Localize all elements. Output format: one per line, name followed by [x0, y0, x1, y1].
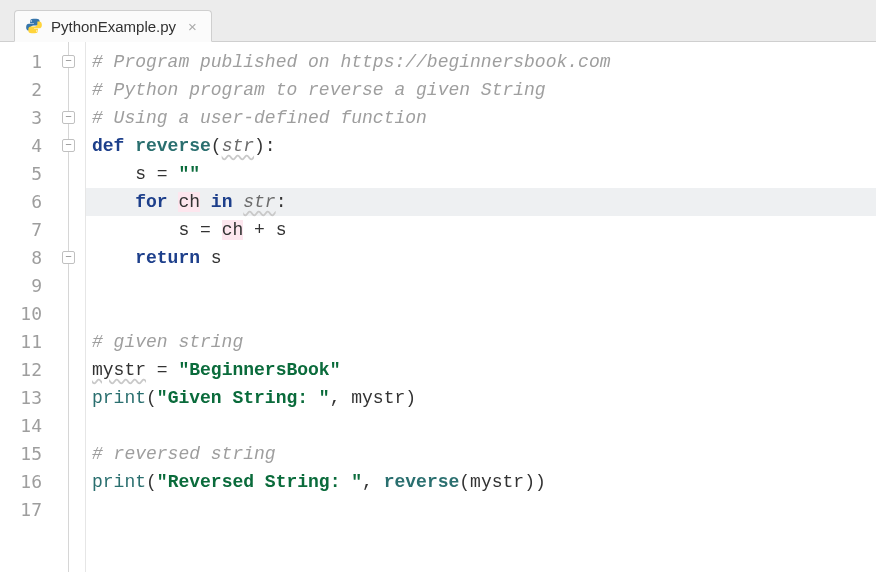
indent	[92, 220, 178, 240]
line-number: 9	[0, 272, 52, 300]
comment: # given string	[92, 332, 243, 352]
paren: )	[524, 472, 535, 492]
line-number-gutter: 1 2 3 4 5 6 7 8 9 10 11 12 13 14 15 16 1…	[0, 42, 52, 572]
string-literal: "BeginnersBook"	[178, 360, 340, 380]
paren: (	[211, 136, 222, 156]
code-line[interactable]: # given string	[86, 328, 876, 356]
line-number: 10	[0, 300, 52, 328]
keyword-def: def	[92, 136, 135, 156]
paren-colon: ):	[254, 136, 276, 156]
tab-bar: PythonExample.py ×	[0, 0, 876, 42]
function-call: reverse	[384, 472, 460, 492]
fold-toggle-icon[interactable]: −	[62, 251, 75, 264]
code-line[interactable]: # Program published on https://beginners…	[86, 48, 876, 76]
fold-toggle-icon[interactable]: −	[62, 139, 75, 152]
loop-var: ch	[178, 192, 200, 212]
code-line[interactable]: # Using a user-defined function	[86, 104, 876, 132]
line-number: 7	[0, 216, 52, 244]
line-number: 8	[0, 244, 52, 272]
indent	[92, 192, 135, 212]
indent	[92, 164, 135, 184]
paren: )	[405, 388, 416, 408]
parameter: str	[222, 136, 254, 156]
code-line[interactable]: print("Reversed String: ", reverse(mystr…	[86, 468, 876, 496]
code-area[interactable]: # Program published on https://beginners…	[86, 42, 876, 572]
svg-point-0	[30, 20, 31, 21]
variable: ch	[222, 220, 244, 240]
code-line[interactable]: s = ch + s	[86, 216, 876, 244]
variable: s	[178, 220, 189, 240]
operator: +	[243, 220, 275, 240]
line-number: 12	[0, 356, 52, 384]
keyword-in: in	[200, 192, 243, 212]
variable: mystr	[92, 360, 146, 380]
fold-toggle-icon[interactable]: −	[62, 111, 75, 124]
line-number: 4	[0, 132, 52, 160]
code-line[interactable]	[86, 300, 876, 328]
comment: # Program published on https://beginners…	[92, 52, 610, 72]
code-line[interactable]	[86, 412, 876, 440]
line-number: 2	[0, 76, 52, 104]
close-tab-icon[interactable]: ×	[188, 18, 197, 35]
builtin-print: print	[92, 472, 146, 492]
code-line[interactable]	[86, 272, 876, 300]
builtin-print: print	[92, 388, 146, 408]
line-number: 11	[0, 328, 52, 356]
indent	[92, 248, 135, 268]
line-number: 6	[0, 188, 52, 216]
code-line[interactable]: def reverse(str):	[86, 132, 876, 160]
line-number: 14	[0, 412, 52, 440]
code-line[interactable]: # reversed string	[86, 440, 876, 468]
operator: =	[189, 220, 221, 240]
variable: s	[135, 164, 146, 184]
colon: :	[276, 192, 287, 212]
line-number: 1	[0, 48, 52, 76]
code-editor[interactable]: 1 2 3 4 5 6 7 8 9 10 11 12 13 14 15 16 1…	[0, 42, 876, 572]
code-line[interactable]: print("Given String: ", mystr)	[86, 384, 876, 412]
keyword-return: return	[135, 248, 211, 268]
paren: (	[459, 472, 470, 492]
line-number: 17	[0, 496, 52, 524]
line-number: 13	[0, 384, 52, 412]
variable: s	[276, 220, 287, 240]
function-name: reverse	[135, 136, 211, 156]
variable: s	[211, 248, 222, 268]
fold-toggle-icon[interactable]: −	[62, 55, 75, 68]
code-line-current[interactable]: for ch in str:	[86, 188, 876, 216]
comment: # reversed string	[92, 444, 276, 464]
file-tab[interactable]: PythonExample.py ×	[14, 10, 212, 42]
operator: =	[146, 164, 178, 184]
code-line[interactable]: return s	[86, 244, 876, 272]
comma: ,	[330, 388, 352, 408]
string-literal: "Reversed String: "	[157, 472, 362, 492]
iterable: str	[243, 192, 275, 212]
variable: mystr	[351, 388, 405, 408]
code-line[interactable]: # Python program to reverse a given Stri…	[86, 76, 876, 104]
line-number: 16	[0, 468, 52, 496]
code-line[interactable]	[86, 496, 876, 524]
code-line[interactable]: s = ""	[86, 160, 876, 188]
operator: =	[146, 360, 178, 380]
svg-point-1	[36, 30, 37, 31]
line-number: 3	[0, 104, 52, 132]
fold-gutter: − − − −	[52, 42, 86, 572]
string-literal: ""	[178, 164, 200, 184]
variable: mystr	[470, 472, 524, 492]
python-file-icon	[25, 17, 43, 35]
comment: # Python program to reverse a given Stri…	[92, 80, 546, 100]
paren: (	[146, 472, 157, 492]
line-number: 5	[0, 160, 52, 188]
keyword-for: for	[135, 192, 178, 212]
paren: (	[146, 388, 157, 408]
string-literal: "Given String: "	[157, 388, 330, 408]
paren: )	[535, 472, 546, 492]
code-line[interactable]: mystr = "BeginnersBook"	[86, 356, 876, 384]
comment: # Using a user-defined function	[92, 108, 427, 128]
file-tab-label: PythonExample.py	[51, 18, 176, 35]
comma: ,	[362, 472, 384, 492]
line-number: 15	[0, 440, 52, 468]
